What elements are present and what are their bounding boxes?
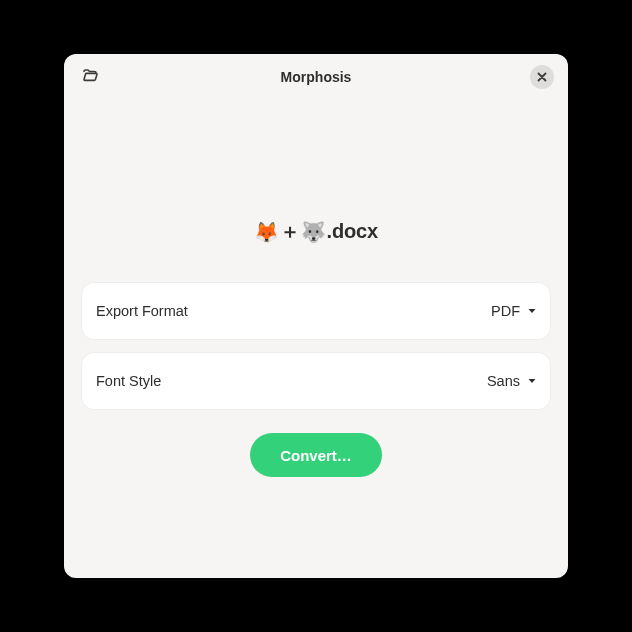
filename-display: 🦊 ＋ 🐺 .docx	[254, 218, 378, 245]
open-file-button[interactable]	[78, 65, 102, 89]
chevron-down-icon	[526, 375, 538, 387]
folder-open-icon	[82, 67, 98, 87]
filename-emoji-wolf: 🐺	[301, 220, 326, 244]
convert-button[interactable]: Convert…	[250, 433, 382, 477]
close-button[interactable]	[530, 65, 554, 89]
export-format-value: PDF	[491, 303, 538, 319]
headerbar: Morphosis	[64, 54, 568, 100]
filename-plus: ＋	[280, 218, 300, 245]
options-list: Export Format PDF Font Style Sans	[82, 283, 550, 409]
font-style-label: Font Style	[96, 373, 161, 389]
chevron-down-icon	[526, 305, 538, 317]
app-window: Morphosis 🦊 ＋ 🐺 .docx Export Format PDF	[64, 54, 568, 578]
close-icon	[537, 68, 547, 86]
font-style-value: Sans	[487, 373, 538, 389]
filename-emoji-fox: 🦊	[254, 220, 279, 244]
export-format-label: Export Format	[96, 303, 188, 319]
font-style-row[interactable]: Font Style Sans	[82, 353, 550, 409]
filename-extension: .docx	[327, 220, 378, 243]
export-format-value-text: PDF	[491, 303, 520, 319]
export-format-row[interactable]: Export Format PDF	[82, 283, 550, 339]
window-title: Morphosis	[281, 69, 352, 85]
font-style-value-text: Sans	[487, 373, 520, 389]
content-area: 🦊 ＋ 🐺 .docx Export Format PDF Font Style	[64, 100, 568, 578]
